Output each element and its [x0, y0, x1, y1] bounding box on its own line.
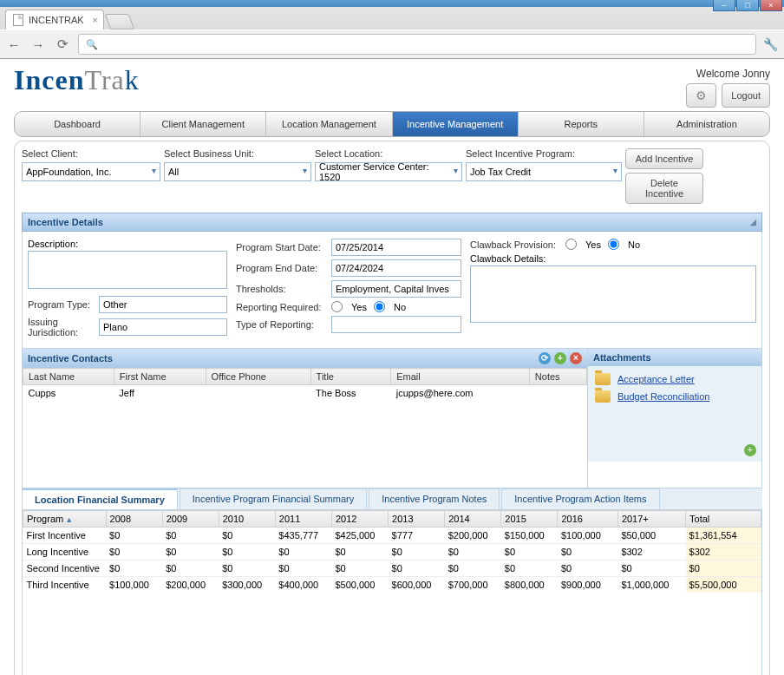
sub-tab-incentive-program-financial-summary[interactable]: Incentive Program Financial Summary: [180, 488, 367, 509]
collapse-icon[interactable]: ◢: [750, 218, 756, 226]
fin-col-2010[interactable]: 2010: [219, 511, 275, 528]
thresholds-input[interactable]: [331, 280, 461, 298]
fin-col-2011[interactable]: 2011: [275, 511, 331, 528]
attachment-link[interactable]: Acceptance Letter: [617, 374, 695, 384]
end-date-input[interactable]: [331, 259, 461, 277]
fin-col-program[interactable]: Program▲: [23, 511, 107, 528]
sub-tab-incentive-program-action-items[interactable]: Incentive Program Action Items: [501, 488, 659, 509]
incentive-details-header[interactable]: Incentive Details ◢: [22, 213, 762, 232]
delete-incentive-button[interactable]: Delete Incentive: [625, 173, 703, 204]
back-button[interactable]: ←: [5, 37, 23, 52]
refresh-icon[interactable]: ⟳: [539, 352, 551, 364]
clawback-no-radio[interactable]: [608, 239, 619, 250]
maximize-button[interactable]: □: [736, 0, 759, 11]
new-tab-button[interactable]: [104, 14, 134, 29]
nav-client-management[interactable]: Client Management: [140, 112, 266, 136]
nav-incentive-management[interactable]: Incentive Management: [393, 112, 519, 136]
program-label: Select Incentive Program:: [466, 148, 622, 159]
url-input[interactable]: 🔍: [78, 34, 756, 55]
type-reporting-input[interactable]: [331, 316, 461, 333]
close-window-button[interactable]: ×: [760, 0, 782, 11]
settings-button[interactable]: ⚙: [686, 83, 716, 108]
tab-title: INCENTRAK: [29, 15, 84, 25]
browser-chrome: – □ × INCENTRAK × ← → ⟳ 🔍 🔧: [0, 0, 784, 59]
reporting-yes-radio[interactable]: [331, 301, 343, 312]
tab-close-icon[interactable]: ×: [92, 15, 97, 25]
fin-col-2014[interactable]: 2014: [445, 511, 501, 528]
clawback-label: Clawback Provision:: [470, 239, 565, 250]
client-select[interactable]: AppFoundation, Inc.: [22, 162, 160, 181]
folder-icon: [595, 373, 611, 385]
description-label: Description:: [28, 239, 78, 249]
fin-col-2013[interactable]: 2013: [389, 511, 445, 528]
start-date-label: Program Start Date:: [236, 242, 331, 252]
wrench-icon[interactable]: 🔧: [763, 37, 779, 51]
fin-row[interactable]: Second Incentive$0$0$0$0$0$0$0$0$0$0$0: [23, 560, 761, 577]
end-date-label: Program End Date:: [236, 263, 331, 273]
forward-button[interactable]: →: [29, 37, 47, 52]
remove-contact-icon[interactable]: ×: [570, 352, 582, 364]
clawback-details-label: Clawback Details:: [470, 253, 546, 264]
fin-col-2009[interactable]: 2009: [162, 511, 219, 528]
main-nav: DashboardClient ManagementLocation Manag…: [14, 111, 770, 137]
folder-icon: [595, 390, 611, 403]
fin-col-2008[interactable]: 2008: [106, 511, 162, 528]
nav-location-management[interactable]: Location Management: [266, 112, 392, 136]
start-date-input[interactable]: [331, 239, 461, 256]
nav-reports[interactable]: Reports: [519, 112, 644, 136]
location-select[interactable]: Customer Service Center: 1520: [315, 162, 462, 181]
fin-col-total[interactable]: Total: [686, 511, 761, 528]
reload-button[interactable]: ⟳: [54, 36, 71, 52]
description-input[interactable]: [28, 251, 227, 289]
attachment-item[interactable]: Acceptance Letter: [595, 373, 755, 385]
contacts-col-first-name[interactable]: First Name: [114, 369, 206, 385]
type-reporting-label: Type of Reporting:: [236, 319, 331, 330]
minimize-button[interactable]: –: [713, 0, 735, 11]
logout-button[interactable]: Logout: [722, 83, 770, 108]
contacts-col-email[interactable]: Email: [391, 369, 530, 385]
contacts-table: Last NameFirst NameOffice PhoneTitleEmai…: [23, 368, 587, 401]
fin-col-2012[interactable]: 2012: [331, 511, 388, 528]
contacts-col-office-phone[interactable]: Office Phone: [206, 369, 310, 385]
jurisdiction-label: Issuing Jurisdiction:: [28, 317, 99, 338]
add-attachment-icon[interactable]: +: [744, 444, 756, 456]
browser-tab[interactable]: INCENTRAK ×: [5, 10, 104, 29]
fin-row[interactable]: Third Incentive$100,000$200,000$300,000$…: [23, 577, 761, 593]
jurisdiction-input[interactable]: [99, 318, 227, 336]
nav-administration[interactable]: Administration: [644, 112, 769, 136]
fin-row[interactable]: Long Incentive$0$0$0$0$0$0$0$0$0$302$302: [23, 544, 761, 560]
app-logo: IncenTrak: [14, 64, 140, 96]
client-label: Select Client:: [22, 148, 160, 159]
sub-tab-incentive-program-notes[interactable]: Incentive Program Notes: [369, 488, 500, 509]
attachment-item[interactable]: Budget Reconciliation: [595, 390, 755, 403]
fin-col-2017-[interactable]: 2017+: [617, 511, 685, 528]
clawback-details-input[interactable]: [470, 265, 756, 323]
contacts-col-last-name[interactable]: Last Name: [23, 369, 114, 385]
contacts-title: Incentive Contacts: [28, 353, 113, 364]
fin-col-2016[interactable]: 2016: [558, 511, 617, 528]
fin-col-2015[interactable]: 2015: [501, 511, 558, 528]
page-icon: [13, 14, 23, 26]
nav-dashboard[interactable]: Dashboard: [15, 112, 140, 136]
window-title-bar: – □ ×: [0, 0, 784, 7]
attachments-title: Attachments: [588, 349, 761, 366]
add-incentive-button[interactable]: Add Incentive: [625, 148, 703, 169]
financial-table: Program▲20082009201020112012201320142015…: [23, 510, 761, 593]
program-type-label: Program Type:: [28, 299, 99, 310]
search-icon: 🔍: [86, 39, 98, 50]
add-contact-icon[interactable]: +: [554, 352, 566, 364]
gear-icon: ⚙: [696, 88, 707, 102]
reporting-no-radio[interactable]: [374, 301, 385, 312]
contact-row[interactable]: CuppsJeffThe Bossjcupps@here.com: [23, 385, 587, 402]
reporting-label: Reporting Required:: [236, 302, 331, 312]
sub-tab-location-financial-summary[interactable]: Location Financial Summary: [22, 488, 178, 509]
program-type-input[interactable]: [99, 296, 227, 313]
fin-row[interactable]: First Incentive$0$0$0$435,777$425,000$77…: [23, 528, 761, 544]
program-select[interactable]: Job Tax Credit: [466, 162, 622, 181]
thresholds-label: Thresholds:: [236, 284, 331, 294]
clawback-yes-radio[interactable]: [565, 239, 577, 250]
attachment-link[interactable]: Budget Reconciliation: [617, 391, 709, 402]
contacts-col-title[interactable]: Title: [310, 369, 391, 385]
bu-select[interactable]: All: [164, 162, 311, 181]
contacts-col-notes[interactable]: Notes: [529, 369, 586, 385]
